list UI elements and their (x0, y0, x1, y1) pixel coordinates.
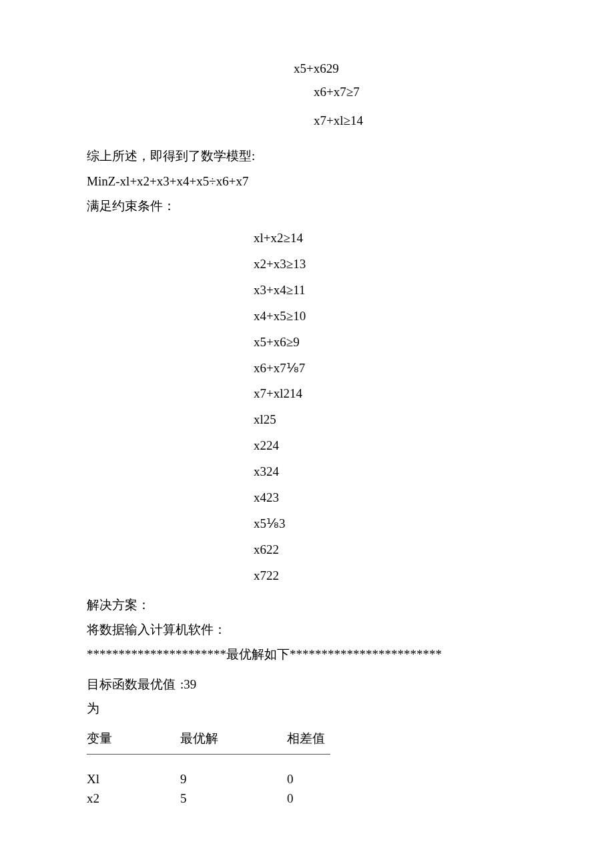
constraint-item: x7+xl214 (254, 381, 527, 407)
constraint-item: x3+x4≥11 (254, 278, 527, 304)
constraint-item: x423 (254, 485, 527, 511)
constraint-item: xl25 (254, 407, 527, 433)
solution-input-line: 将数据输入计算机软件： (87, 618, 527, 641)
cell-diff: 0 (287, 769, 380, 789)
constraint-item: x6+x7⅟₈7 (254, 356, 527, 382)
objective-function: MinZ-xl+x2+x3+x4+x5÷x6+x7 (87, 169, 527, 193)
table-row: Xl 9 0 (87, 769, 527, 789)
constraint-item: x5+x6≥9 (254, 330, 527, 356)
top-constraint-2: x6+x7≥7 (314, 80, 527, 103)
cell-variable: x2 (87, 789, 180, 808)
column-optimal: 最优解 (180, 727, 287, 750)
constraints-list: xl+x2≥14 x2+x3≥13 x3+x4≥11 x4+x5≥10 x5+x… (254, 226, 527, 589)
summary-paragraph: 综上所述，即得到了数学模型: (87, 144, 527, 167)
top-constraint-1: x5+x629 (294, 57, 527, 80)
constraint-item: x622 (254, 537, 527, 563)
optimal-value-label: 目标函数最优值为 (87, 673, 180, 719)
document-page: x5+x629 x6+x7≥7 x7+xl≥14 综上所述，即得到了数学模型: … (0, 0, 614, 868)
column-diff: 相差值 (287, 727, 380, 750)
optimal-value-row: 目标函数最优值为 :39 (87, 673, 527, 719)
table-row: x2 5 0 (87, 789, 527, 808)
optimal-value-number: :39 (180, 673, 287, 719)
constraint-item: x224 (254, 433, 527, 459)
cell-diff: 0 (287, 789, 380, 808)
constraint-item: x5⅟₈3 (254, 511, 527, 537)
top-constraints-block: x5+x629 x6+x7≥7 x7+xl≥14 (294, 57, 527, 132)
solution-header: 解决方案： (87, 593, 527, 616)
constraint-item: x4+x5≥10 (254, 304, 527, 330)
column-variable: 变量 (87, 727, 180, 750)
top-constraint-3: x7+xl≥14 (314, 109, 527, 132)
constraint-item: xl+x2≥14 (254, 226, 527, 252)
cell-optimal: 5 (180, 789, 287, 808)
cell-variable: Xl (87, 769, 180, 789)
table-header-row: 变量 最优解 相差值 (87, 727, 527, 750)
stars-header: **********************最优解如下*************… (87, 642, 527, 666)
cell-optimal: 9 (180, 769, 287, 789)
constraint-item: x722 (254, 563, 527, 589)
constraints-header: 满足约束条件： (87, 194, 527, 218)
constraint-item: x2+x3≥13 (254, 252, 527, 278)
table-divider (87, 754, 330, 755)
constraint-item: x324 (254, 459, 527, 485)
